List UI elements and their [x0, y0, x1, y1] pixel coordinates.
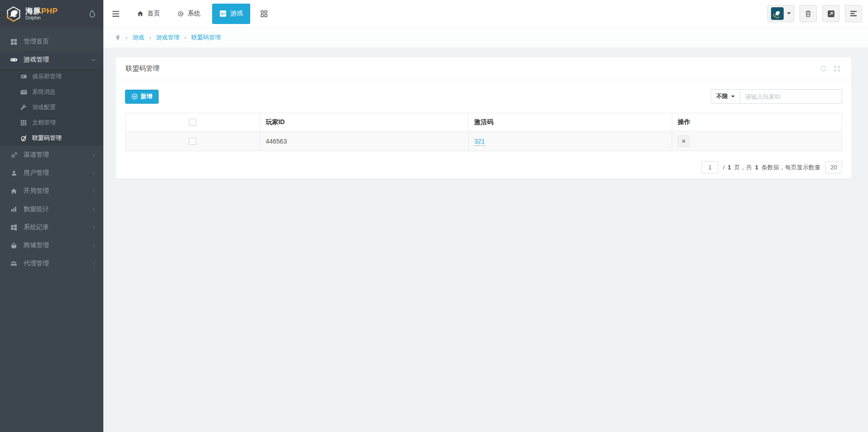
- sidebar-item-label: 管理首页: [24, 38, 49, 46]
- nav-tab-system[interactable]: 系统: [177, 10, 200, 18]
- modules-grid-icon[interactable]: [260, 10, 268, 18]
- chevron-left-icon: [92, 171, 96, 176]
- per-page-input[interactable]: [825, 161, 842, 173]
- breadcrumb-link-game-management[interactable]: 游戏管理: [156, 34, 179, 42]
- sidebar-item-admin-home[interactable]: 管理首页: [0, 33, 103, 51]
- sidebar-item-document-management[interactable]: 文档管理: [0, 115, 103, 130]
- chevron-left-icon: [92, 189, 96, 194]
- envelope-icon: [20, 89, 27, 95]
- basket-icon: [10, 242, 18, 249]
- user-icon: [10, 170, 18, 177]
- select-all-checkbox[interactable]: [189, 119, 196, 126]
- nav-tab-label: 游戏: [230, 10, 243, 18]
- nav-tab-game[interactable]: G+ 游戏: [212, 4, 250, 24]
- trash-icon: [805, 10, 812, 18]
- app-logo-text: 海豚PHP Dolphin: [25, 7, 58, 20]
- sidebar-item-data-statistics[interactable]: 数据统计: [0, 200, 103, 218]
- panel-header: 联盟码管理: [116, 58, 851, 80]
- breadcrumb-link-game[interactable]: 游戏: [132, 34, 144, 42]
- logo-bar[interactable]: 海豚PHP Dolphin: [0, 0, 103, 28]
- gear-icon: [177, 10, 184, 17]
- avatar: [771, 7, 784, 20]
- sidebar: 海豚PHP Dolphin 管理首页 游戏管理: [0, 0, 103, 432]
- list-icon: [850, 10, 857, 17]
- th-large-icon: [10, 38, 18, 45]
- app-name-cn: 海豚: [25, 7, 41, 15]
- sidebar-item-system-records[interactable]: 系统记录: [0, 218, 103, 236]
- header-actions: [767, 5, 862, 22]
- column-header-player-id: 玩家ID: [260, 113, 469, 131]
- activation-code-edit-link[interactable]: 321: [474, 138, 485, 146]
- breadcrumb-separator: ›: [184, 34, 186, 41]
- pagination-slash: /: [723, 164, 725, 171]
- breadcrumb: › 游戏 › 游戏管理 › 联盟码管理: [103, 28, 868, 48]
- row-checkbox[interactable]: [189, 138, 196, 145]
- sidebar-item-label: 用户管理: [24, 169, 49, 177]
- caret-down-icon: [787, 12, 791, 15]
- sidebar-item-agent-management[interactable]: 代理管理: [0, 254, 103, 273]
- club-card-icon: [20, 73, 27, 80]
- nav-tab-label: 系统: [188, 10, 200, 18]
- expand-icon[interactable]: [834, 65, 840, 72]
- refresh-icon[interactable]: [820, 65, 827, 72]
- sidebar-item-label: 游戏管理: [24, 56, 49, 64]
- sidebar-item-club-management[interactable]: 俱乐部管理: [0, 69, 103, 84]
- chevron-left-icon: [92, 243, 96, 248]
- sidebar-item-game-start-management[interactable]: 开局管理: [0, 182, 103, 200]
- table-row: 446563 321 ✕: [126, 131, 842, 151]
- sidebar-item-label: 数据统计: [24, 205, 49, 213]
- sidebar-item-label: 文档管理: [32, 119, 56, 127]
- user-avatar-dropdown[interactable]: [767, 5, 794, 22]
- sidebar-item-system-messages[interactable]: 系统消息: [0, 84, 103, 100]
- add-button-label: 新增: [141, 92, 152, 101]
- filter-dropdown-button[interactable]: 不限: [711, 89, 740, 104]
- control-sidebar-button[interactable]: [845, 5, 862, 22]
- cell-player-id: 446563: [260, 131, 469, 151]
- sidebar-item-label: 代理管理: [24, 259, 49, 268]
- breadcrumb-separator: ›: [149, 34, 151, 41]
- home-icon: [137, 10, 144, 17]
- add-button[interactable]: 新增: [125, 90, 159, 104]
- sidebar-item-label: 渠道管理: [24, 151, 49, 159]
- filter-dropdown-label: 不限: [716, 92, 728, 101]
- chevron-left-icon: [92, 225, 96, 230]
- search-group: 不限: [711, 89, 842, 104]
- chevron-left-icon: [92, 153, 96, 158]
- circle-slash-icon: [20, 135, 27, 142]
- home-icon: [10, 188, 18, 194]
- droplet-icon: [88, 10, 96, 19]
- sidebar-item-channel-management[interactable]: 渠道管理: [0, 146, 103, 164]
- pagination-total-pages: 1: [728, 164, 731, 171]
- delete-row-button[interactable]: ✕: [678, 135, 689, 147]
- current-page-input[interactable]: [702, 161, 718, 173]
- svg-text:G+: G+: [221, 12, 226, 16]
- sidebar-item-label: 游戏配置: [32, 103, 56, 111]
- sidebar-item-alliance-code-management[interactable]: 联盟码管理: [0, 130, 103, 146]
- game-management-submenu: 俱乐部管理 系统消息 游戏配置 文档管理: [0, 69, 103, 146]
- clear-cache-button[interactable]: [800, 5, 817, 22]
- pagination-pages-suffix: 页，共: [734, 163, 752, 172]
- open-frontend-button[interactable]: [822, 5, 839, 22]
- sidebar-item-mall-management[interactable]: 商城管理: [0, 236, 103, 254]
- sidebar-toggle-icon[interactable]: [112, 10, 120, 17]
- sidebar-item-label: 系统消息: [32, 88, 56, 96]
- gamepad-icon: [10, 56, 18, 63]
- sidebar-menu: 管理首页 游戏管理 俱乐部管理 系统消息: [0, 28, 103, 273]
- wrench-icon: [20, 104, 27, 110]
- table-toolbar: 新增 不限: [125, 89, 842, 104]
- panel-tools: [820, 65, 840, 72]
- chevron-left-icon: [92, 261, 96, 266]
- column-header-activation-code: 激活码: [469, 113, 672, 131]
- search-input[interactable]: [740, 89, 842, 104]
- sidebar-item-user-management[interactable]: 用户管理: [0, 164, 103, 182]
- page-title: 联盟码管理: [126, 64, 160, 73]
- plus-circle-icon: [131, 93, 138, 100]
- chevron-down-icon: [91, 58, 96, 62]
- alliance-code-table: 玩家ID 激活码 操作 446563 321 ✕: [125, 113, 842, 151]
- panel-body: 新增 不限 玩家ID 激活码: [116, 80, 851, 173]
- sidebar-item-label: 商城管理: [24, 241, 49, 250]
- sidebar-item-game-config[interactable]: 游戏配置: [0, 100, 103, 115]
- breadcrumb-link-alliance-code[interactable]: 联盟码管理: [191, 34, 221, 42]
- sidebar-item-game-management[interactable]: 游戏管理: [0, 51, 103, 69]
- nav-tab-home[interactable]: 首页: [137, 10, 160, 18]
